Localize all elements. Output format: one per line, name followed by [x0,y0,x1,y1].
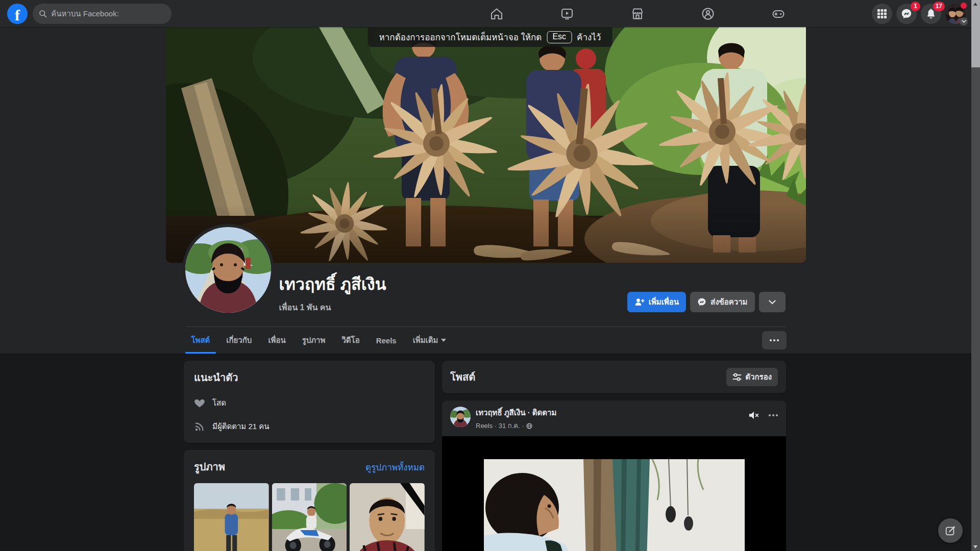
photo-grid [194,483,425,551]
search-icon [39,9,47,18]
toast-text-after: ค้างไว้ [577,30,601,44]
post-author-avatar[interactable] [450,407,471,427]
post-media[interactable] [442,436,786,551]
messenger-small-icon [697,297,706,307]
photo-thumbnail[interactable] [350,483,425,551]
messenger-icon [901,8,912,19]
profile-tab-bar: โพสต์ เกี่ยวกับ เพื่อน รูปภาพ วิดีโอ Ree… [183,327,455,354]
notifications-button[interactable]: 17 [921,4,941,24]
followers-count: มีผู้ติดตาม 21 คน [212,420,270,433]
tab-reels[interactable]: Reels [368,327,405,354]
marketplace-icon [630,7,645,21]
nav-gaming-tab[interactable] [743,0,814,27]
search-input[interactable] [51,9,165,18]
account-notification-dot [961,3,967,9]
messenger-button[interactable]: 1 [896,4,917,24]
profile-more-dropdown-button[interactable] [759,292,786,312]
tab-videos[interactable]: วิดีโอ [333,327,368,354]
search-bar[interactable] [33,4,172,24]
messenger-badge: 1 [911,2,920,11]
photos-title: รูปภาพ [194,459,225,475]
mute-icon[interactable] [748,411,760,420]
chevron-down-icon [960,17,968,26]
scrollbar-down-arrow[interactable] [973,545,977,548]
scrollbar-thumb[interactable] [971,0,980,67]
cover-photo[interactable] [166,27,806,263]
add-friend-button[interactable]: เพิ่มเพื่อน [627,292,686,312]
post-card: เทวฤทธิ์ ภูสีเงิน · ติดตาม Reels · 31 ก.… [442,400,786,551]
photo-thumbnail[interactable] [272,483,347,551]
page-title: เทวฤทธิ์ ภูสีเงิน [279,271,386,297]
watch-icon [560,7,574,21]
globe-icon [526,423,532,429]
vertical-scrollbar[interactable] [971,0,980,551]
scrollbar-up-arrow[interactable] [973,3,977,6]
more-icon [770,339,779,341]
apps-grid-icon [877,9,887,19]
tab-more[interactable]: เพิ่มเติม [405,327,455,354]
home-icon [489,7,504,21]
relationship-status: โสด [212,397,226,409]
tab-about[interactable]: เกี่ยวกับ [218,327,260,354]
feed-title: โพสต์ [450,369,475,385]
groups-icon [701,7,715,21]
profile-header-section: เทวฤทธิ์ ภูสีเงิน เพื่อน 1 พัน คน เพิ่มเ… [0,27,971,354]
esc-key-cap: Esc [547,31,572,43]
chevron-down-icon [769,300,776,305]
friends-count[interactable]: เพื่อน 1 พัน คน [279,301,386,314]
relationship-status-row: โสด [194,397,425,409]
add-friend-label: เพิ่มเพื่อน [649,296,679,308]
photos-card: รูปภาพ ดูรูปภาพทั้งหมด [184,450,435,551]
left-sidebar: แนะนำตัว โสด มีผู้ติดตาม 21 คน รูปภาพ ดู… [184,361,435,551]
post-menu-icon[interactable] [769,414,778,416]
message-button[interactable]: ส่งข้อความ [690,292,755,312]
nav-home-tab[interactable] [461,0,532,27]
tab-photos[interactable]: รูปภาพ [294,327,334,354]
nav-marketplace-tab[interactable] [602,0,673,27]
heart-icon [194,397,205,409]
filter-icon [732,372,742,382]
gaming-icon [771,7,786,21]
nav-watch-tab[interactable] [532,0,602,27]
fullscreen-exit-toast: หากต้องการออกจากโหมดเต็มหน้าจอ ให้กด Esc… [368,27,612,47]
nav-groups-tab[interactable] [673,0,743,27]
followers-icon [194,421,205,432]
compose-button[interactable] [938,518,963,543]
photo-thumbnail[interactable] [194,483,269,551]
top-navbar: f [0,0,980,27]
toast-text-before: หากต้องการออกจากโหมดเต็มหน้าจอ ให้กด [379,30,542,44]
followers-row: มีผู้ติดตาม 21 คน [194,420,425,433]
message-label: ส่งข้อความ [710,296,748,308]
facebook-logo[interactable]: f [7,4,28,24]
filter-label: ตัวกรอง [745,371,772,383]
profile-picture[interactable] [182,224,274,316]
post-meta-text[interactable]: Reels · 31 ก.ค. · [476,420,524,431]
notifications-badge: 17 [933,2,945,11]
see-all-photos-link[interactable]: ดูรูปภาพทั้งหมด [365,460,425,474]
account-menu-button[interactable] [945,4,966,24]
filter-button[interactable]: ตัวกรอง [726,368,778,386]
caret-down-icon [441,339,446,342]
apps-menu-button[interactable] [872,4,892,24]
post-author-line[interactable]: เทวฤทธิ์ ภูสีเงิน · ติดตาม [476,407,556,419]
compose-icon [945,525,956,536]
feed-header-card: โพสต์ ตัวกรอง [442,361,786,393]
intro-card: แนะนำตัว โสด มีผู้ติดตาม 21 คน [184,361,435,443]
feed-column: โพสต์ ตัวกรอง [442,361,786,551]
tab-posts[interactable]: โพสต์ [183,327,218,354]
nav-right-cluster: 1 17 [872,0,966,27]
tab-friends[interactable]: เพื่อน [260,327,293,354]
intro-title: แนะนำตัว [194,369,425,386]
add-friend-icon [634,297,645,307]
nav-center-tabs [461,0,814,27]
tab-bar-more-button[interactable] [762,331,787,349]
